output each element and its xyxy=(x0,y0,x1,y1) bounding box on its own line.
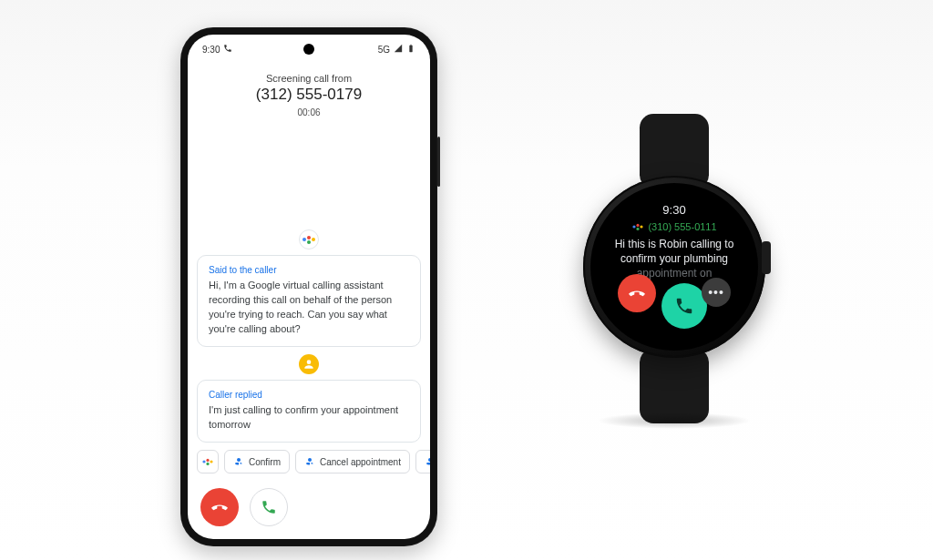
phone-screen: 9:30 5G Screening call from (312) 555-01… xyxy=(188,35,430,539)
call-header: Screening call from (312) 555-0179 00:06 xyxy=(188,73,430,117)
cancel-appointment-chip-label: Cancel appointment xyxy=(320,457,401,467)
watch-device: 9:30 (310) 555-0111 Hi this is Robin cal… xyxy=(574,114,774,423)
call-action-row xyxy=(188,481,430,539)
watch-transcript-line1: Hi this is Robin calling to xyxy=(615,238,734,250)
screening-from-label: Screening call from xyxy=(188,73,430,84)
caller-number: (312) 555-0179 xyxy=(188,86,430,104)
person-icon xyxy=(302,358,315,371)
hang-up-icon xyxy=(628,284,646,302)
assistant-message-card: Said to the caller Hi, I'm a Google virt… xyxy=(197,255,421,347)
watch-caller-number: (310) 555-0111 xyxy=(648,221,716,232)
status-time: 9:30 xyxy=(202,45,220,55)
caller-message-label: Caller replied xyxy=(209,390,409,400)
caller-message-card: Caller replied I'm just calling to confi… xyxy=(197,380,421,443)
reply-chip-row[interactable]: Confirm Cancel appointment I'l xyxy=(188,443,430,481)
assistant-chip-lead[interactable] xyxy=(197,450,219,473)
phone-device-frame: 9:30 5G Screening call from (312) 555-01… xyxy=(180,27,437,546)
network-label: 5G xyxy=(378,45,390,55)
signal-icon xyxy=(394,44,403,55)
front-camera-dot xyxy=(303,44,314,55)
watch-accept-button[interactable] xyxy=(661,283,707,329)
watch-time: 9:30 xyxy=(662,203,685,217)
confirm-chip[interactable]: Confirm xyxy=(224,450,290,473)
conversation-pane: Said to the caller Hi, I'm a Google virt… xyxy=(188,117,430,443)
watch-caller-row: (310) 555-0111 xyxy=(631,220,716,233)
watch-crown[interactable] xyxy=(762,241,771,274)
google-assistant-icon xyxy=(633,221,643,231)
phone-status-icon xyxy=(223,44,232,55)
battery-icon xyxy=(406,44,415,55)
assistant-message-label: Said to the caller xyxy=(209,265,409,275)
caller-message-text: I'm just calling to confirm your appoint… xyxy=(209,403,409,433)
caller-avatar xyxy=(299,354,319,374)
watch-more-button[interactable]: ••• xyxy=(702,278,731,307)
watch-decline-button[interactable] xyxy=(618,274,656,312)
answer-button[interactable] xyxy=(250,488,288,526)
google-assistant-icon xyxy=(202,456,212,466)
assistant-message-text: Hi, I'm a Google virtual calling assista… xyxy=(209,279,409,337)
voice-icon xyxy=(304,456,315,467)
phone-icon xyxy=(674,296,694,316)
partial-chip[interactable]: I'l xyxy=(415,450,430,473)
voice-icon xyxy=(233,456,244,467)
phone-icon xyxy=(261,499,277,515)
assistant-avatar xyxy=(299,229,319,249)
watch-face: 9:30 (310) 555-0111 Hi this is Robin cal… xyxy=(590,183,758,351)
watch-body: 9:30 (310) 555-0111 Hi this is Robin cal… xyxy=(583,176,765,358)
watch-transcript-line2: confirm your plumbing xyxy=(620,252,728,265)
hang-up-button[interactable] xyxy=(200,488,239,526)
cancel-appointment-chip[interactable]: Cancel appointment xyxy=(295,450,410,473)
hang-up-icon xyxy=(210,498,229,516)
watch-action-row: ••• xyxy=(590,274,758,331)
more-icon: ••• xyxy=(708,285,724,300)
confirm-chip-label: Confirm xyxy=(249,457,281,467)
call-duration: 00:06 xyxy=(188,107,430,117)
google-assistant-icon xyxy=(302,233,315,246)
voice-icon xyxy=(425,456,430,467)
watch-shadow xyxy=(597,412,752,429)
